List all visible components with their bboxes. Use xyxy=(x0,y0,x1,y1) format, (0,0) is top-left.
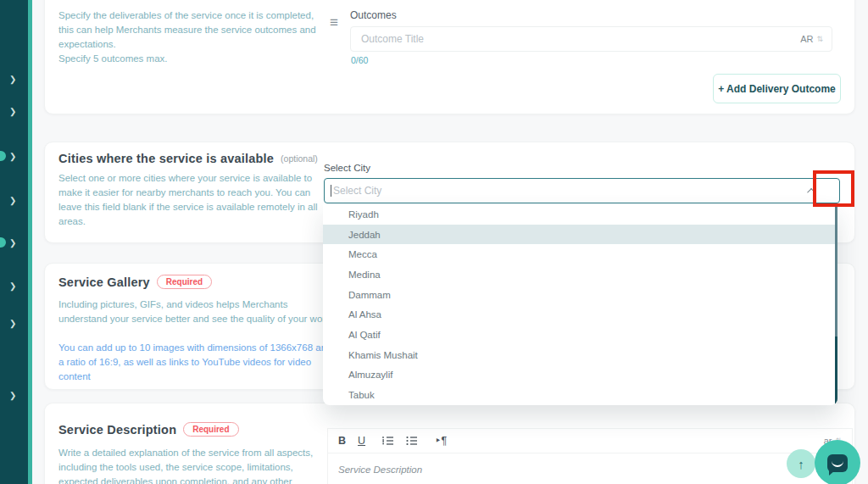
underline-button[interactable]: U xyxy=(358,436,365,447)
sidebar-item[interactable]: ❯ xyxy=(0,317,28,331)
rich-text-editor[interactable]: B U ‣¶ ar ⇅ xyxy=(327,428,853,484)
editor-placeholder: Service Description xyxy=(338,465,422,475)
chevron-right-icon: ❯ xyxy=(9,390,16,402)
dropdown-scrollbar-thumb[interactable] xyxy=(835,337,837,405)
chevron-right-icon: ❯ xyxy=(9,281,16,292)
select-city-label: Select City xyxy=(324,163,370,173)
sidebar-item[interactable]: ❯ xyxy=(0,389,28,403)
city-option[interactable]: Medina xyxy=(323,264,837,285)
sort-icon: ⇅ xyxy=(816,35,823,43)
page: ❯❯❯❯❯❯❯❯ Specify the deliverables of the… xyxy=(0,0,868,484)
city-option[interactable]: Dammam xyxy=(323,285,837,305)
city-dropdown-list: RiyadhJeddahMeccaMedinaDammamAl AhsaAl Q… xyxy=(323,204,837,405)
chevron-right-icon: ❯ xyxy=(9,151,16,163)
sidebar-accent-strip xyxy=(28,0,32,484)
sidebar-item[interactable]: ❯ xyxy=(0,73,28,86)
annotation-highlight-rect xyxy=(813,170,854,207)
outcomes-field-label: Outcomes xyxy=(350,9,397,21)
outcomes-max-note: Specify 5 outcomes max. xyxy=(58,53,167,64)
city-option[interactable]: Tabuk xyxy=(323,385,837,405)
city-option[interactable]: Mecca xyxy=(323,244,837,264)
outcomes-card: Specify the deliverables of the service … xyxy=(44,0,855,114)
chevron-right-icon: ❯ xyxy=(9,318,16,330)
city-option[interactable]: Jeddah xyxy=(323,225,837,245)
ordered-list-icon xyxy=(382,436,394,446)
sidebar-item[interactable]: ❯ xyxy=(0,105,28,119)
city-option[interactable]: Riyadh xyxy=(323,204,837,225)
bullet-list-icon xyxy=(406,436,418,446)
outcome-title-input[interactable]: Outcome Title AR ⇅ xyxy=(350,26,832,52)
char-counter: 0/60 xyxy=(351,55,368,65)
sidebar-item[interactable]: ❯ xyxy=(0,150,28,164)
chevron-right-icon: ❯ xyxy=(9,195,16,207)
required-badge: Required xyxy=(157,275,212,289)
chevron-right-icon: ❯ xyxy=(9,106,16,118)
up-arrow-icon: ↑ xyxy=(798,457,804,471)
city-dropdown: RiyadhJeddahMeccaMedinaDammamAl AhsaAl Q… xyxy=(323,204,837,405)
outcome-title-placeholder: Outcome Title xyxy=(361,33,800,45)
description-help-text: Write a detailed explanation of the serv… xyxy=(58,446,335,484)
description-card-title: Service Description xyxy=(58,423,176,437)
sidebar-item[interactable]: ❯ xyxy=(0,280,28,293)
drag-handle-icon[interactable]: ≡ xyxy=(330,14,338,31)
city-option[interactable]: Al Qatif xyxy=(323,325,837,345)
gallery-description: Including pictures, GIFs, and videos hel… xyxy=(58,298,335,326)
add-delivery-outcome-button[interactable]: + Add Delivery Outcome xyxy=(713,74,841,103)
text-direction-button[interactable]: ‣¶ xyxy=(435,436,447,447)
bold-button[interactable]: B xyxy=(338,436,346,447)
sidebar-item[interactable]: ❯ xyxy=(0,236,28,250)
ordered-list-button[interactable] xyxy=(382,436,394,446)
gallery-card-title: Service Gallery xyxy=(58,275,150,289)
chevron-right-icon: ❯ xyxy=(9,237,16,249)
cities-description: Select one or more cities where your ser… xyxy=(58,171,335,229)
text-cursor xyxy=(331,185,331,197)
city-option[interactable]: Al Ahsa xyxy=(323,304,837,325)
gallery-upload-note: You can add up to 10 images with dimensi… xyxy=(58,341,335,384)
sidebar: ❯❯❯❯❯❯❯❯ xyxy=(0,0,32,484)
editor-toolbar: B U ‣¶ ar ⇅ xyxy=(328,429,852,453)
city-option[interactable]: Khamis Mushait xyxy=(323,345,837,365)
notification-badge xyxy=(0,236,8,249)
notification-badge xyxy=(0,149,8,163)
optional-tag: (optional) xyxy=(281,153,318,164)
bullet-list-button[interactable] xyxy=(406,436,418,446)
scroll-to-top-button[interactable]: ↑ xyxy=(787,449,815,478)
required-badge: Required xyxy=(183,422,238,437)
cities-card-title: Cities where the service is available xyxy=(58,152,274,165)
chevron-right-icon: ❯ xyxy=(9,74,16,86)
outcomes-description-text: Specify the deliverables of the service … xyxy=(58,10,316,49)
city-option[interactable]: Almuzaylif xyxy=(323,365,837,386)
outcomes-description: Specify the deliverables of the service … xyxy=(58,8,331,66)
service-description-card: Service Description Required Write a det… xyxy=(44,403,855,484)
chat-widget-button[interactable] xyxy=(815,440,860,484)
chat-bubble-icon xyxy=(827,454,848,472)
lang-tag: AR xyxy=(800,34,813,44)
sidebar-item[interactable]: ❯ xyxy=(0,194,28,208)
outcome-lang-selector[interactable]: AR ⇅ xyxy=(800,34,823,44)
city-select-placeholder: Select City xyxy=(333,185,810,197)
city-select-input[interactable]: Select City xyxy=(324,178,840,203)
